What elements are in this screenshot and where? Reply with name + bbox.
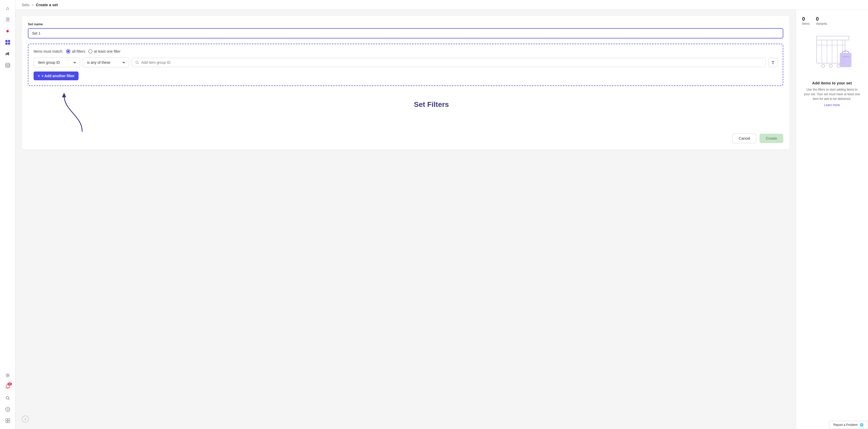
breadcrumb-separator: > bbox=[32, 3, 34, 7]
menu-icon[interactable]: ☰ bbox=[3, 14, 13, 25]
all-filters-radio[interactable]: all filters bbox=[66, 49, 85, 54]
svg-rect-12 bbox=[8, 419, 10, 421]
item-group-search-input[interactable] bbox=[141, 60, 762, 65]
svg-text:?: ? bbox=[7, 408, 8, 411]
cancel-button[interactable]: Cancel bbox=[733, 133, 757, 143]
items-count: 0 bbox=[802, 16, 810, 22]
field-select[interactable]: Item group ID Title Brand Category bbox=[37, 60, 77, 65]
home-icon[interactable]: ⌂ bbox=[3, 3, 13, 13]
filter-box: Items must match: all filters at least o… bbox=[28, 44, 783, 86]
one-filter-label: at least one filter bbox=[94, 49, 121, 54]
search-input-wrap[interactable] bbox=[132, 58, 766, 67]
svg-rect-13 bbox=[6, 421, 7, 423]
svg-rect-1 bbox=[8, 40, 10, 42]
variants-count: 0 bbox=[816, 16, 827, 22]
condition-select[interactable]: is any of these is not any of these bbox=[86, 60, 126, 65]
store-icon[interactable] bbox=[3, 60, 13, 70]
annotation-arrow bbox=[43, 90, 121, 137]
search-icon bbox=[135, 60, 139, 65]
sidebar: ⌂ ☰ ● 99 ? bbox=[0, 0, 16, 429]
stats-row: 0 Items 0 Variants bbox=[802, 16, 862, 26]
svg-rect-27 bbox=[840, 53, 851, 67]
main-area: Sets > Create a set Set name Items must … bbox=[16, 0, 868, 429]
megaphone-icon[interactable] bbox=[3, 48, 13, 59]
svg-point-25 bbox=[829, 64, 832, 67]
annotation-text: Set Filters bbox=[414, 100, 449, 109]
variants-label: Variants bbox=[816, 22, 827, 26]
variants-stat: 0 Variants bbox=[816, 16, 827, 26]
breadcrumb-parent[interactable]: Sets bbox=[22, 3, 29, 7]
delete-filter-button[interactable] bbox=[768, 58, 778, 67]
set-name-label: Set name bbox=[28, 22, 783, 26]
set-name-group: Set name bbox=[28, 22, 783, 38]
svg-rect-14 bbox=[8, 421, 10, 423]
form-section: Set name Items must match: all filters bbox=[16, 10, 796, 429]
svg-point-26 bbox=[837, 64, 840, 67]
add-filter-icon: + bbox=[38, 74, 40, 78]
trash-icon bbox=[771, 60, 775, 65]
form-card: Set name Items must match: all filters bbox=[22, 16, 789, 150]
add-filter-label: + Add another filter bbox=[41, 74, 74, 78]
one-filter-radio[interactable]: at least one filter bbox=[88, 49, 121, 54]
add-items-title: Add items to your set bbox=[812, 81, 852, 85]
add-items-desc: Use the filters to start adding items to… bbox=[804, 87, 861, 101]
field-select-wrap[interactable]: Item group ID Title Brand Category bbox=[34, 58, 80, 67]
header: Sets > Create a set bbox=[16, 0, 868, 10]
dashboard-icon[interactable] bbox=[3, 37, 13, 47]
svg-marker-16 bbox=[62, 93, 66, 97]
right-panel: 0 Items 0 Variants bbox=[796, 10, 868, 429]
breadcrumb: Sets > Create a set bbox=[22, 3, 58, 7]
report-problem-bar[interactable]: Report a Problem 🌐 bbox=[829, 421, 868, 429]
learn-more-link[interactable]: Learn more bbox=[824, 103, 840, 107]
create-button[interactable]: Create bbox=[760, 134, 783, 143]
add-filter-button[interactable]: + + Add another filter bbox=[34, 71, 79, 80]
notification-badge: 99 bbox=[7, 383, 12, 385]
globe-icon: 🌐 bbox=[860, 423, 864, 427]
svg-rect-11 bbox=[6, 419, 7, 421]
all-filters-radio-dot bbox=[66, 49, 70, 54]
grid-bottom-icon[interactable] bbox=[3, 416, 13, 426]
svg-point-4 bbox=[5, 54, 6, 55]
svg-rect-6 bbox=[7, 66, 8, 67]
svg-point-7 bbox=[7, 374, 8, 376]
items-stat: 0 Items bbox=[802, 16, 810, 26]
notification-icon[interactable]: 99 bbox=[3, 382, 13, 392]
info-button[interactable]: i bbox=[22, 416, 29, 423]
items-label: Items bbox=[802, 22, 810, 26]
svg-rect-5 bbox=[6, 65, 10, 67]
match-row: Items must match: all filters at least o… bbox=[34, 49, 778, 54]
breadcrumb-current: Create a set bbox=[36, 3, 58, 7]
set-name-input[interactable] bbox=[28, 28, 783, 38]
annotation-area: Set Filters bbox=[28, 90, 783, 124]
condition-select-wrap[interactable]: is any of these is not any of these bbox=[83, 58, 129, 67]
brand-icon[interactable]: ● bbox=[3, 26, 13, 36]
help-icon[interactable]: ? bbox=[3, 404, 13, 415]
form-footer: i Cancel Create bbox=[28, 129, 783, 143]
report-label: Report a Problem bbox=[833, 423, 858, 427]
content-area: Set name Items must match: all filters bbox=[16, 10, 868, 429]
search-bottom-icon[interactable] bbox=[3, 393, 13, 403]
cart-illustration bbox=[809, 35, 855, 76]
svg-point-24 bbox=[822, 64, 825, 67]
match-label: Items must match: bbox=[34, 49, 63, 54]
svg-rect-3 bbox=[8, 42, 10, 45]
svg-rect-2 bbox=[5, 42, 7, 45]
one-filter-radio-dot bbox=[88, 49, 92, 54]
filter-row: Item group ID Title Brand Category is an… bbox=[34, 58, 778, 67]
all-filters-label: all filters bbox=[72, 49, 85, 54]
svg-rect-0 bbox=[5, 40, 7, 42]
settings-bottom-icon[interactable] bbox=[3, 370, 13, 381]
